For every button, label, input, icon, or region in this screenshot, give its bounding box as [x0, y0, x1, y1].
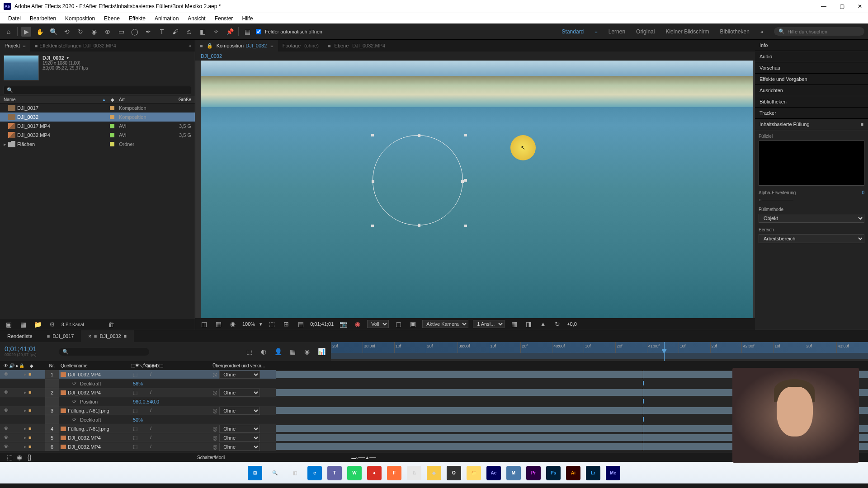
motion-blur-icon[interactable]: ◉	[302, 347, 312, 357]
parent-select[interactable]: Ohne	[219, 425, 260, 433]
panel-audio[interactable]: Audio	[755, 51, 868, 62]
tab-renderqueue[interactable]: Renderliste	[0, 330, 40, 342]
col-type[interactable]: Art	[119, 97, 164, 102]
view-opt2-icon[interactable]: ◨	[524, 319, 533, 329]
taskbar-teams[interactable]: T	[327, 466, 342, 480]
col-name[interactable]: Name	[4, 97, 102, 102]
taskbar-firefox[interactable]: F	[387, 466, 401, 480]
hand-tool-icon[interactable]: ✋	[35, 27, 45, 37]
ruler-tick[interactable]: 42:00f	[741, 342, 773, 353]
new-folder-icon[interactable]: 📁	[33, 319, 42, 329]
taskbar-app3[interactable]: ◆	[427, 466, 441, 480]
fill-method-select[interactable]: Objekt	[759, 214, 864, 223]
shy-icon[interactable]: 👤	[273, 347, 283, 357]
toggle-transparency-icon[interactable]: ▦	[213, 319, 223, 329]
eye-icon[interactable]: 👁	[4, 371, 9, 377]
camera-tool-icon[interactable]: ◉	[89, 27, 99, 37]
taskbar-edge[interactable]: e	[307, 466, 322, 480]
menu-bearbeiten[interactable]: Bearbeiten	[25, 15, 61, 22]
label-swatch[interactable]	[110, 106, 114, 110]
parent-select[interactable]: Ohne	[219, 407, 260, 415]
tab-project[interactable]: Projekt ≡	[0, 40, 30, 52]
ellipse-tool-icon[interactable]: ◯	[130, 27, 140, 37]
video-col-icon[interactable]: 👁	[4, 363, 8, 368]
label-col-icon[interactable]: ◆	[30, 363, 33, 368]
taskbar-obs[interactable]: O	[447, 466, 461, 480]
panel-ausrichten[interactable]: Ausrichten	[755, 85, 868, 96]
tab-comp-0032[interactable]: × ■ DJI_0032 ≡	[81, 330, 134, 342]
interpret-icon[interactable]: ▣	[4, 319, 14, 329]
menu-fenster[interactable]: Fenster	[210, 15, 238, 22]
ruler-tick[interactable]: 38:00f	[363, 342, 394, 353]
ruler-tick[interactable]: 10f	[679, 342, 710, 353]
toggle-switches3-icon[interactable]: {}	[24, 452, 34, 462]
property-value[interactable]: 56%	[133, 381, 143, 386]
eye-icon[interactable]: 👁	[4, 408, 9, 413]
project-item[interactable]: DJI_0017Komposition	[0, 103, 195, 113]
col-parent[interactable]: Übergeordnet und verkn...	[212, 363, 276, 368]
alpha-slider[interactable]: ○─────────	[759, 197, 864, 202]
help-search[interactable]: 🔍 Hilfe durchsuchen	[774, 27, 864, 36]
taskbar-app4[interactable]: M	[506, 466, 521, 480]
taskbar-windows[interactable]: ⊞	[248, 466, 262, 480]
ruler-tick[interactable]: 20f	[805, 342, 836, 353]
pickwhip-icon[interactable]: @	[212, 390, 217, 395]
timeline-timecode[interactable]: 0;01;41;01	[5, 345, 54, 352]
menu-hilfe[interactable]: Hilfe	[237, 15, 257, 22]
toggle-switches-icon[interactable]: ⬚	[5, 452, 14, 462]
menu-animation[interactable]: Animation	[150, 15, 183, 22]
taskbar-app2[interactable]: ♘	[407, 466, 421, 480]
comp-mini-flowchart-icon[interactable]: ⬚	[244, 347, 254, 357]
view-opt3-icon[interactable]: ▲	[538, 319, 548, 329]
panel-info[interactable]: Info	[755, 40, 868, 51]
trash-icon[interactable]: 🗑	[106, 319, 116, 329]
col-source-name[interactable]: Quellenname	[59, 363, 131, 368]
switches-modes-toggle[interactable]: Schalter/Modi	[197, 455, 225, 460]
mask-shape[interactable]	[373, 135, 463, 225]
settings-icon[interactable]: ⚙	[47, 319, 57, 329]
ruler-tick[interactable]: 20f	[331, 342, 363, 353]
ruler-tick[interactable]: 20f	[520, 342, 552, 353]
snap-icon[interactable]: ▦	[242, 27, 252, 37]
puppet-tool-icon[interactable]: 📌	[225, 27, 235, 37]
taskbar-lightroom[interactable]: Lr	[586, 466, 600, 480]
ruler-tick[interactable]: 40:00f	[552, 342, 584, 353]
timeline-ruler[interactable]: 20f38:00f10f20f39:00f10f20f40:00f10f20f4…	[331, 342, 868, 361]
channel-icon[interactable]: ◉	[353, 319, 363, 329]
home-icon[interactable]: ⌂	[4, 27, 14, 37]
menu-datei[interactable]: Datei	[4, 15, 25, 22]
camera-select[interactable]: Aktive Kamera	[422, 320, 468, 328]
pickwhip-icon[interactable]: @	[212, 444, 217, 450]
viewer-timecode[interactable]: 0;01;41;01	[310, 321, 334, 327]
ruler-tick[interactable]: 43:00f	[836, 342, 868, 353]
col-number[interactable]: Nr.	[45, 363, 59, 368]
menu-ebene[interactable]: Ebene	[99, 15, 124, 22]
text-tool-icon[interactable]: T	[157, 27, 167, 37]
tab-comp-0017[interactable]: ■ DJI_0017	[40, 330, 81, 342]
frame-blend-icon[interactable]: ▦	[288, 347, 297, 357]
rectangle-tool-icon[interactable]: ▭	[116, 27, 126, 37]
eye-icon[interactable]: 👁	[4, 444, 9, 450]
orbit-tool-icon[interactable]: ⟲	[62, 27, 72, 37]
col-switches[interactable]: ⬚✱＼fx▣◉◐⬚	[131, 362, 212, 369]
eraser-tool-icon[interactable]: ◧	[198, 27, 208, 37]
roto-tool-icon[interactable]: ✧	[211, 27, 221, 37]
pen-tool-icon[interactable]: ✒	[143, 27, 153, 37]
eye-icon[interactable]: 👁	[4, 389, 9, 395]
tab-footage[interactable]: Footage (ohne)	[278, 40, 323, 52]
taskbar-premiere[interactable]: Pr	[526, 466, 541, 480]
resolution-select[interactable]: Voll	[367, 320, 389, 328]
lock-col-icon[interactable]: 🔒	[19, 363, 24, 368]
workspace-overflow-icon[interactable]: »	[760, 29, 763, 34]
col-size[interactable]: Größe	[164, 97, 191, 102]
zoom-out-icon[interactable]: ▬	[351, 455, 356, 460]
minimize-button[interactable]: —	[819, 3, 828, 9]
pickwhip-icon[interactable]: @	[212, 435, 217, 441]
label-swatch[interactable]	[110, 124, 114, 128]
audio-col-icon[interactable]: 🔊	[9, 363, 14, 368]
workspace-bibliotheken[interactable]: Bibliotheken	[720, 28, 749, 35]
panel-vorschau[interactable]: Vorschau	[755, 62, 868, 74]
project-search[interactable]: 🔍	[4, 86, 191, 94]
eye-icon[interactable]: 👁	[4, 426, 9, 432]
draft-icon[interactable]: ⬚	[267, 319, 277, 329]
